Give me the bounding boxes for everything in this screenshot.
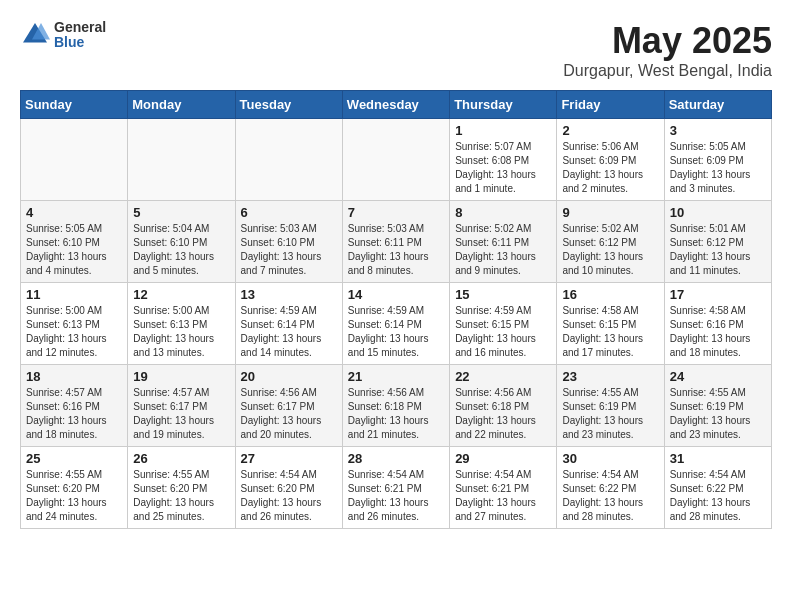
day-number: 11 [26,287,122,302]
calendar-cell: 27Sunrise: 4:54 AM Sunset: 6:20 PM Dayli… [235,447,342,529]
day-info: Sunrise: 5:07 AM Sunset: 6:08 PM Dayligh… [455,140,551,196]
day-info: Sunrise: 4:54 AM Sunset: 6:21 PM Dayligh… [348,468,444,524]
week-row-1: 1Sunrise: 5:07 AM Sunset: 6:08 PM Daylig… [21,119,772,201]
day-number: 1 [455,123,551,138]
title-block: May 2025 Durgapur, West Bengal, India [563,20,772,80]
calendar-cell [342,119,449,201]
day-info: Sunrise: 4:57 AM Sunset: 6:17 PM Dayligh… [133,386,229,442]
day-number: 15 [455,287,551,302]
calendar-cell: 23Sunrise: 4:55 AM Sunset: 6:19 PM Dayli… [557,365,664,447]
day-info: Sunrise: 5:03 AM Sunset: 6:10 PM Dayligh… [241,222,337,278]
day-number: 12 [133,287,229,302]
day-number: 25 [26,451,122,466]
calendar-cell: 11Sunrise: 5:00 AM Sunset: 6:13 PM Dayli… [21,283,128,365]
day-info: Sunrise: 4:55 AM Sunset: 6:19 PM Dayligh… [562,386,658,442]
day-number: 2 [562,123,658,138]
logo-general-text: General [54,20,106,35]
page-header: General Blue May 2025 Durgapur, West Ben… [20,20,772,80]
day-info: Sunrise: 4:54 AM Sunset: 6:20 PM Dayligh… [241,468,337,524]
calendar-cell: 17Sunrise: 4:58 AM Sunset: 6:16 PM Dayli… [664,283,771,365]
week-row-5: 25Sunrise: 4:55 AM Sunset: 6:20 PM Dayli… [21,447,772,529]
day-info: Sunrise: 4:56 AM Sunset: 6:18 PM Dayligh… [348,386,444,442]
day-info: Sunrise: 5:06 AM Sunset: 6:09 PM Dayligh… [562,140,658,196]
calendar-cell: 24Sunrise: 4:55 AM Sunset: 6:19 PM Dayli… [664,365,771,447]
day-number: 13 [241,287,337,302]
day-number: 22 [455,369,551,384]
calendar-cell: 26Sunrise: 4:55 AM Sunset: 6:20 PM Dayli… [128,447,235,529]
day-number: 7 [348,205,444,220]
day-info: Sunrise: 5:01 AM Sunset: 6:12 PM Dayligh… [670,222,766,278]
calendar-cell: 18Sunrise: 4:57 AM Sunset: 6:16 PM Dayli… [21,365,128,447]
day-number: 8 [455,205,551,220]
weekday-header-sunday: Sunday [21,91,128,119]
day-number: 18 [26,369,122,384]
day-number: 5 [133,205,229,220]
day-info: Sunrise: 5:05 AM Sunset: 6:09 PM Dayligh… [670,140,766,196]
day-info: Sunrise: 4:56 AM Sunset: 6:18 PM Dayligh… [455,386,551,442]
week-row-3: 11Sunrise: 5:00 AM Sunset: 6:13 PM Dayli… [21,283,772,365]
logo: General Blue [20,20,106,51]
calendar-cell [235,119,342,201]
day-info: Sunrise: 4:54 AM Sunset: 6:22 PM Dayligh… [562,468,658,524]
logo-icon [20,20,50,50]
weekday-header-row: SundayMondayTuesdayWednesdayThursdayFrid… [21,91,772,119]
day-info: Sunrise: 4:55 AM Sunset: 6:20 PM Dayligh… [133,468,229,524]
calendar-cell: 30Sunrise: 4:54 AM Sunset: 6:22 PM Dayli… [557,447,664,529]
calendar-cell: 22Sunrise: 4:56 AM Sunset: 6:18 PM Dayli… [450,365,557,447]
day-number: 29 [455,451,551,466]
day-number: 30 [562,451,658,466]
calendar-cell: 16Sunrise: 4:58 AM Sunset: 6:15 PM Dayli… [557,283,664,365]
day-info: Sunrise: 5:05 AM Sunset: 6:10 PM Dayligh… [26,222,122,278]
weekday-header-monday: Monday [128,91,235,119]
day-number: 6 [241,205,337,220]
day-info: Sunrise: 4:55 AM Sunset: 6:19 PM Dayligh… [670,386,766,442]
week-row-4: 18Sunrise: 4:57 AM Sunset: 6:16 PM Dayli… [21,365,772,447]
day-info: Sunrise: 4:59 AM Sunset: 6:14 PM Dayligh… [241,304,337,360]
day-info: Sunrise: 5:02 AM Sunset: 6:11 PM Dayligh… [455,222,551,278]
calendar-cell: 19Sunrise: 4:57 AM Sunset: 6:17 PM Dayli… [128,365,235,447]
weekday-header-wednesday: Wednesday [342,91,449,119]
weekday-header-saturday: Saturday [664,91,771,119]
calendar-cell: 8Sunrise: 5:02 AM Sunset: 6:11 PM Daylig… [450,201,557,283]
week-row-2: 4Sunrise: 5:05 AM Sunset: 6:10 PM Daylig… [21,201,772,283]
day-number: 23 [562,369,658,384]
calendar-cell: 5Sunrise: 5:04 AM Sunset: 6:10 PM Daylig… [128,201,235,283]
day-info: Sunrise: 5:00 AM Sunset: 6:13 PM Dayligh… [26,304,122,360]
location: Durgapur, West Bengal, India [563,62,772,80]
calendar-cell: 29Sunrise: 4:54 AM Sunset: 6:21 PM Dayli… [450,447,557,529]
day-number: 26 [133,451,229,466]
logo-blue-text: Blue [54,35,106,50]
calendar-cell: 28Sunrise: 4:54 AM Sunset: 6:21 PM Dayli… [342,447,449,529]
calendar-cell: 4Sunrise: 5:05 AM Sunset: 6:10 PM Daylig… [21,201,128,283]
calendar-cell [128,119,235,201]
calendar-cell: 21Sunrise: 4:56 AM Sunset: 6:18 PM Dayli… [342,365,449,447]
day-number: 10 [670,205,766,220]
day-number: 14 [348,287,444,302]
day-info: Sunrise: 4:58 AM Sunset: 6:16 PM Dayligh… [670,304,766,360]
day-info: Sunrise: 5:02 AM Sunset: 6:12 PM Dayligh… [562,222,658,278]
day-number: 28 [348,451,444,466]
day-info: Sunrise: 4:59 AM Sunset: 6:14 PM Dayligh… [348,304,444,360]
weekday-header-friday: Friday [557,91,664,119]
day-number: 3 [670,123,766,138]
day-number: 27 [241,451,337,466]
day-info: Sunrise: 5:04 AM Sunset: 6:10 PM Dayligh… [133,222,229,278]
calendar-cell: 9Sunrise: 5:02 AM Sunset: 6:12 PM Daylig… [557,201,664,283]
day-info: Sunrise: 4:59 AM Sunset: 6:15 PM Dayligh… [455,304,551,360]
weekday-header-tuesday: Tuesday [235,91,342,119]
day-number: 21 [348,369,444,384]
day-number: 24 [670,369,766,384]
day-info: Sunrise: 4:56 AM Sunset: 6:17 PM Dayligh… [241,386,337,442]
day-number: 19 [133,369,229,384]
calendar-cell: 20Sunrise: 4:56 AM Sunset: 6:17 PM Dayli… [235,365,342,447]
day-number: 17 [670,287,766,302]
calendar-cell: 6Sunrise: 5:03 AM Sunset: 6:10 PM Daylig… [235,201,342,283]
calendar-cell: 1Sunrise: 5:07 AM Sunset: 6:08 PM Daylig… [450,119,557,201]
day-number: 20 [241,369,337,384]
calendar-table: SundayMondayTuesdayWednesdayThursdayFrid… [20,90,772,529]
day-info: Sunrise: 5:03 AM Sunset: 6:11 PM Dayligh… [348,222,444,278]
month-title: May 2025 [563,20,772,62]
day-info: Sunrise: 4:55 AM Sunset: 6:20 PM Dayligh… [26,468,122,524]
day-info: Sunrise: 4:58 AM Sunset: 6:15 PM Dayligh… [562,304,658,360]
calendar-cell: 7Sunrise: 5:03 AM Sunset: 6:11 PM Daylig… [342,201,449,283]
